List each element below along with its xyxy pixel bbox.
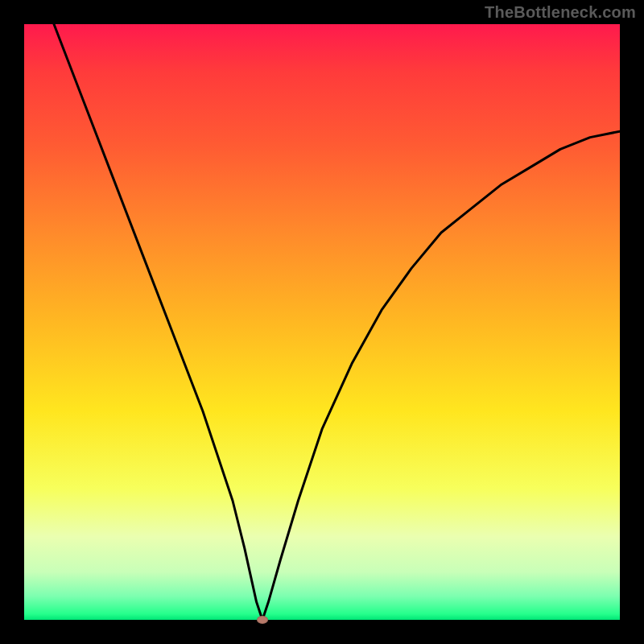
chart-frame: TheBottleneck.com (0, 0, 644, 644)
watermark-text: TheBottleneck.com (485, 3, 636, 22)
optimum-marker (257, 616, 268, 624)
plot-area (24, 24, 620, 620)
bottleneck-curve (24, 24, 620, 620)
